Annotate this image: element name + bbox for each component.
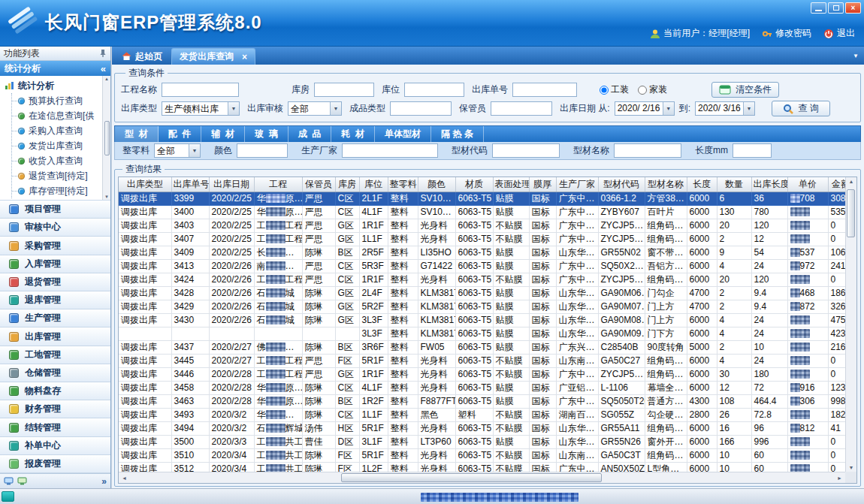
sidebar-menu-item[interactable]: 入库管理 <box>0 255 110 273</box>
column-header[interactable]: 长度 <box>687 177 717 192</box>
monitor-icon[interactable] <box>17 477 27 485</box>
chevron-down-icon[interactable]: ▼ <box>228 102 239 115</box>
material-tab[interactable]: 辅 材 <box>201 126 245 142</box>
minimize-button[interactable] <box>811 2 826 14</box>
table-row[interactable]: 调拨出库33992020/2/25华原…严思C区2L1F整料SV10…6063-… <box>119 192 853 205</box>
column-header[interactable]: 材质 <box>455 177 493 192</box>
scrollbar-thumb[interactable] <box>847 189 855 237</box>
scrollbar-thumb[interactable] <box>104 121 110 155</box>
table-row[interactable]: 调拨出库35102020/3/4工共工程陈琳F区5R1F整料光身料6063-T5… <box>119 448 853 462</box>
vertical-scrollbar[interactable]: ▲ ▼ <box>845 177 856 472</box>
tree-scrollbar[interactable]: ▲ ▼ <box>102 76 110 200</box>
expand-icon[interactable]: » <box>101 476 107 487</box>
sidebar-menu-item[interactable]: 物料盘存 <box>0 382 110 400</box>
material-tab[interactable]: 耗 材 <box>331 126 375 142</box>
tree-item[interactable]: 采购入库查询 <box>12 123 101 138</box>
table-row[interactable]: 调拨出库34242020/2/26工工程严思C区1R1F整料光身料6063-T5… <box>119 273 853 286</box>
sidebar-menu-item[interactable]: 工地管理 <box>0 346 110 364</box>
date-from-picker[interactable]: 2020/ 2/16 ▼ <box>615 101 675 116</box>
table-row[interactable]: 调拨出库34132020/2/26南…严思C区5R3F整料G714226063-… <box>119 259 853 273</box>
table-row[interactable]: 调拨出库34292020/2/26石城陈琳G区5R2F整料KLM38176063… <box>119 300 853 313</box>
column-header[interactable]: 出库日期 <box>209 177 254 192</box>
tab-list-dropdown-icon[interactable]: ▼ <box>853 53 859 59</box>
order-no-input[interactable] <box>512 83 577 97</box>
warehouse-input[interactable] <box>314 83 374 97</box>
column-header[interactable]: 出库长度 <box>751 177 787 192</box>
table-row[interactable]: 调拨出库34372020/2/27佛…陈琳B区3R6F整料FW056063-T5… <box>119 340 853 354</box>
column-header[interactable]: 库位 <box>359 177 388 192</box>
sidebar-menu-item[interactable]: 采购管理 <box>0 237 110 255</box>
tree-item[interactable]: 预算执行查询 <box>12 93 101 108</box>
table-row[interactable]: 调拨出库34582020/2/28华原…陈琳C区4L1F整料光身料6063-T5… <box>119 381 853 394</box>
column-header[interactable]: 型材名称 <box>645 177 687 192</box>
scroll-down-icon[interactable]: ▼ <box>849 465 854 470</box>
sidebar-menu-item[interactable]: 仓储管理 <box>0 364 110 382</box>
column-header[interactable]: 出库单号 <box>171 177 209 192</box>
column-header[interactable]: 型材代码 <box>598 177 645 192</box>
table-row[interactable]: 调拨出库34302020/2/26石城陈琳G区3L3F整料KLM38176063… <box>119 313 853 327</box>
table-row[interactable]: 调拨出库34032020/2/25工工程严思G区1R1F整料光身料6063-T5… <box>119 219 853 232</box>
tab-close-icon[interactable]: × <box>242 52 247 62</box>
sidebar-menu-item[interactable]: 审核中心 <box>0 219 110 237</box>
tree-item[interactable]: 退货查询[待定] <box>12 168 101 183</box>
material-tab[interactable]: 隔 热 条 <box>431 126 484 142</box>
scrollbar-thumb[interactable] <box>341 473 602 482</box>
radio-gongzhuang[interactable]: 工装 <box>600 83 629 96</box>
material-tab[interactable]: 成 品 <box>289 126 332 142</box>
chevron-down-icon[interactable]: ▼ <box>330 102 341 115</box>
table-row[interactable]: 调拨出库34462020/2/28工工程严思G区1R1F整料光身料6063-T5… <box>119 367 853 381</box>
tree-root[interactable]: 统计分析 <box>5 78 101 93</box>
table-row[interactable]: 调拨出库34282020/2/26石城陈琳G区2L4F整料KLM38176063… <box>119 286 853 300</box>
radio-jiazhuang[interactable]: 家装 <box>638 83 667 96</box>
table-row[interactable]: 调拨出库34452020/2/27工工程严思F区5R1F整料光身料6063-T5… <box>119 354 853 367</box>
table-row[interactable]: 调拨出库34002020/2/25华原…严思C区4L1F整料SV10…6063-… <box>119 205 853 219</box>
column-header[interactable]: 整零料 <box>388 177 418 192</box>
sidebar-menu-item[interactable]: 出库管理 <box>0 327 110 346</box>
sidebar-menu-item[interactable]: 补单中心 <box>0 437 110 455</box>
table-row[interactable]: 3L3F整料KLM38176063-T5贴膜国标山东华…GA90M09…门下方6… <box>119 327 853 340</box>
scroll-right-icon[interactable]: ► <box>834 475 845 481</box>
tree-item[interactable]: 库存管理[待定] <box>12 183 101 198</box>
monitor-icon[interactable] <box>4 477 14 485</box>
scroll-down-icon[interactable]: ▼ <box>104 195 109 199</box>
sidebar-menu-item[interactable]: 生产管理 <box>0 309 110 327</box>
material-tab[interactable]: 玻 璃 <box>245 126 289 142</box>
table-row[interactable]: 调拨出库34632020/2/28华原…陈琳B区1R2F整料F8877FT606… <box>119 394 853 408</box>
table-row[interactable]: 调拨出库34092020/2/25长…陈琳B区2R5F整料LI35HO6063-… <box>119 246 853 259</box>
scroll-up-icon[interactable]: ▲ <box>104 77 109 81</box>
pin-icon[interactable] <box>99 49 107 58</box>
sidebar-menu-item[interactable]: 财务管理 <box>0 400 110 418</box>
column-header[interactable]: 颜色 <box>418 177 455 192</box>
sidebar-menu-item[interactable]: 退货管理 <box>0 273 110 291</box>
tab-home[interactable]: 起始页 <box>114 48 170 65</box>
gongzhuang-radio[interactable] <box>600 86 609 95</box>
column-header[interactable]: 工程 <box>254 177 302 192</box>
keeper-input[interactable] <box>491 101 552 116</box>
table-row[interactable]: 调拨出库35002020/3/3工共工程曹佳D区3L1F整料LT3P606063… <box>119 435 853 448</box>
chevron-down-icon[interactable]: ▼ <box>743 102 754 115</box>
column-header[interactable]: 出库类型 <box>119 177 171 192</box>
tree-item[interactable]: 发货出库查询 <box>12 138 101 153</box>
location-input[interactable] <box>404 83 464 97</box>
collapse-icon[interactable]: « <box>101 63 106 74</box>
column-header[interactable]: 数量 <box>717 177 751 192</box>
sidebar-group-title[interactable]: 统计分析 « <box>0 61 110 76</box>
whole-piece-select[interactable]: 全部 ▼ <box>154 143 201 158</box>
column-header[interactable]: 表面处理 <box>493 177 529 192</box>
chevron-down-icon[interactable]: ▼ <box>663 102 674 115</box>
scroll-left-icon[interactable]: ◄ <box>119 475 130 481</box>
material-tab[interactable]: 型 材 <box>115 126 159 142</box>
scrollbar-track[interactable] <box>130 472 834 483</box>
column-header[interactable]: 保管员 <box>302 177 335 192</box>
product-type-input[interactable] <box>390 101 452 116</box>
scroll-up-icon[interactable]: ▲ <box>849 179 854 184</box>
out-type-select[interactable]: 生产领料出库 ▼ <box>162 101 240 116</box>
project-name-input[interactable] <box>162 83 239 97</box>
color-input[interactable] <box>237 143 288 158</box>
table-row[interactable]: 调拨出库34942020/3/2石辉城汤伟H区5R1F整料光身料6063-T5不… <box>119 421 853 435</box>
maximize-button[interactable] <box>828 2 844 14</box>
column-header[interactable]: 单价 <box>787 177 828 192</box>
material-tab[interactable]: 配 件 <box>159 126 202 142</box>
logout-button[interactable]: 退出 <box>823 27 855 40</box>
search-button[interactable]: 查 询 <box>772 101 830 116</box>
